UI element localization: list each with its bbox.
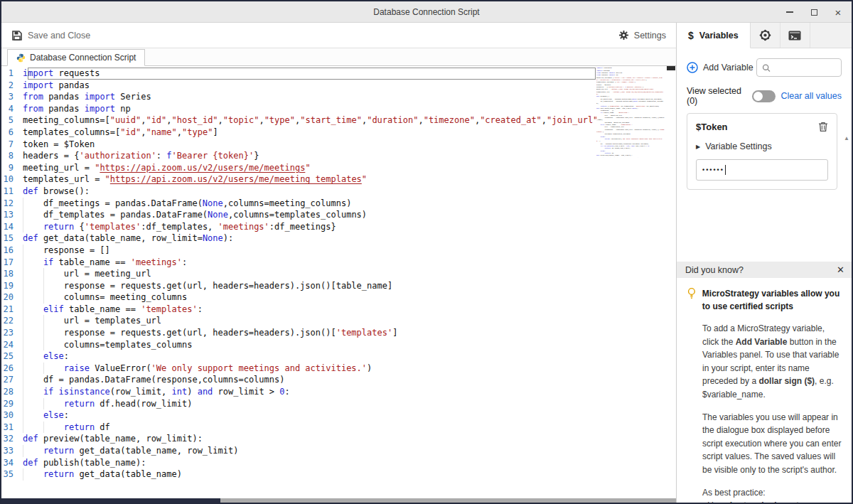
code-string: 'templates' xyxy=(141,304,197,314)
code-text: pandas xyxy=(43,104,85,114)
minimize-button[interactable] xyxy=(783,6,796,18)
save-and-close-button[interactable]: Save and Close xyxy=(11,30,90,41)
code-line[interactable]: 13df_templates = pandas.DataFrame(None,c… xyxy=(1,209,676,221)
panel-scroll-up-arrow[interactable]: ▲ xyxy=(844,135,849,141)
code-line[interactable]: 19response = requests.get(url, headers=h… xyxy=(1,280,676,292)
code-line[interactable]: 30else: xyxy=(1,409,676,422)
indent-guide xyxy=(23,409,43,422)
code-text: token = $Token xyxy=(23,139,95,149)
search-input[interactable] xyxy=(775,63,836,73)
code-text: , xyxy=(542,115,547,125)
minimap-content: import requestsimport pandasfrom pandas … xyxy=(596,67,665,158)
code-text: preview(table_name, row_limit): xyxy=(38,434,203,444)
code-content: templates_columns=["id","name","type"] xyxy=(23,127,218,139)
window-title: Database Connection Script xyxy=(373,7,479,17)
code-text: : xyxy=(285,387,290,397)
code-line[interactable]: 5meeting_columns=["uuid","id","host_id",… xyxy=(1,114,676,127)
indent-guide xyxy=(23,257,43,269)
view-selected-toggle[interactable] xyxy=(752,90,776,102)
code-line[interactable]: 20columns= meeting_columns xyxy=(1,291,676,304)
code-text: ) xyxy=(187,387,197,397)
horizontal-scrollbar-thumb[interactable] xyxy=(1,498,220,504)
code-keyword: import xyxy=(23,68,53,78)
code-line[interactable]: 27df = pandas.DataFrame(response,columns… xyxy=(1,374,676,386)
code-editor[interactable]: 1import requests2import pandas3from pand… xyxy=(1,66,676,498)
variable-value-field[interactable]: •••••• xyxy=(696,159,828,181)
code-keyword: return xyxy=(43,469,74,479)
code-line[interactable]: 35return get_data(table_name) xyxy=(1,468,676,481)
code-keyword: else xyxy=(43,410,64,420)
maximize-button[interactable] xyxy=(808,6,820,18)
tab-database-connection-script[interactable]: Database Connection Script xyxy=(7,49,145,66)
code-text: table_name == xyxy=(53,257,130,267)
code-line[interactable]: 21elif table_name == 'templates': xyxy=(1,304,676,316)
tab-packages[interactable] xyxy=(751,23,780,48)
indent-guide xyxy=(23,363,43,375)
line-number: 13 xyxy=(1,209,23,221)
code-line[interactable]: 32def preview(table_name, row_limit): xyxy=(1,433,676,445)
code-line[interactable]: 23response = requests.get(url, headers=h… xyxy=(1,327,676,339)
line-number: 32 xyxy=(1,433,23,445)
code-keyword: else xyxy=(43,351,64,361)
code-content: else: xyxy=(23,350,69,363)
line-number: 8 xyxy=(1,150,23,162)
add-variable-button[interactable]: Add Variable xyxy=(687,62,753,73)
settings-button[interactable]: Settings xyxy=(618,30,666,41)
code-line[interactable]: 15def get_data(table_name, row_limit=Non… xyxy=(1,232,676,245)
code-text: : xyxy=(182,257,187,267)
line-number: 10 xyxy=(1,173,23,186)
code-text: df.head(row_limit) xyxy=(95,399,192,409)
code-line[interactable]: 31return df xyxy=(1,422,676,434)
code-content: response = [] xyxy=(23,245,110,257)
code-line[interactable]: 12df_meetings = pandas.DataFrame(None,co… xyxy=(1,198,676,210)
line-number: 22 xyxy=(1,315,23,327)
code-content: raise ValueError('We only support meetin… xyxy=(23,363,372,375)
code-line[interactable]: 9meeting_url = "https://api.zoom.us/v2/u… xyxy=(1,162,676,174)
indent-guide xyxy=(23,198,43,210)
close-button[interactable]: × xyxy=(832,6,844,18)
line-number: 9 xyxy=(1,162,23,174)
variables-search[interactable] xyxy=(756,58,842,77)
code-text: } xyxy=(254,151,259,161)
tab-variables[interactable]: $ Variables xyxy=(677,23,751,48)
code-string: "host_id" xyxy=(172,115,218,125)
vertical-scrollbar-thumb[interactable] xyxy=(667,66,675,70)
code-line[interactable]: 3from pandas import Series xyxy=(1,91,676,103)
code-line[interactable]: 10templates_url = "https://api.zoom.us/v… xyxy=(1,173,676,186)
line-number: 12 xyxy=(1,198,23,210)
did-you-know-close-icon[interactable]: ✕ xyxy=(837,265,844,274)
minimap-line: response = requests.get(url, headers=hea… xyxy=(596,128,665,133)
code-line[interactable]: 22url = templates_url xyxy=(1,315,676,327)
code-line[interactable]: 18url = meeting_url xyxy=(1,268,676,280)
indent-guide xyxy=(43,280,64,292)
code-text: templates_url = xyxy=(23,174,105,184)
line-number: 25 xyxy=(1,350,23,363)
code-line[interactable]: 25else: xyxy=(1,350,676,363)
code-content: import requests xyxy=(23,68,100,80)
code-line[interactable]: 2import pandas xyxy=(1,80,676,92)
code-text: pandas xyxy=(53,80,90,90)
code-line[interactable]: 4from pandas import np xyxy=(1,103,676,115)
tab-console[interactable] xyxy=(780,23,810,48)
code-line[interactable]: 16response = [] xyxy=(1,245,676,257)
code-content: if isinstance(row_limit, int) and row_li… xyxy=(23,386,290,398)
code-line[interactable]: 6templates_columns=["id","name","type"] xyxy=(1,127,676,139)
code-line[interactable]: 28if isinstance(row_limit, int) and row_… xyxy=(1,386,676,398)
code-line[interactable]: 33return get_data(table_name, row_limit) xyxy=(1,445,676,457)
variable-settings-expander[interactable]: ▶ Variable Settings xyxy=(696,141,828,151)
code-line[interactable]: 24columns=templates_columns xyxy=(1,339,676,351)
code-line[interactable]: 11def browse(): xyxy=(1,186,676,198)
trash-icon[interactable] xyxy=(818,122,828,132)
code-line[interactable]: 1import requests xyxy=(1,68,676,80)
code-line[interactable]: 8headers = {'authorization': f'Bearer {t… xyxy=(1,150,676,162)
horizontal-scrollbar[interactable] xyxy=(1,498,676,504)
code-line[interactable]: 29return df.head(row_limit) xyxy=(1,398,676,410)
code-line[interactable]: 34def publish(table_name): xyxy=(1,457,676,469)
code-line[interactable]: 17if table_name == 'meetings': xyxy=(1,257,676,269)
clear-all-values-link[interactable]: Clear all values xyxy=(781,91,842,101)
did-you-know-title: Did you know? xyxy=(685,265,744,275)
code-line[interactable]: 7token = $Token xyxy=(1,139,676,151)
minimap[interactable]: import requestsimport pandasfrom pandas … xyxy=(596,67,665,158)
code-line[interactable]: 26raise ValueError('We only support meet… xyxy=(1,363,676,375)
code-line[interactable]: 14return {'templates':df_templates, 'mee… xyxy=(1,221,676,233)
